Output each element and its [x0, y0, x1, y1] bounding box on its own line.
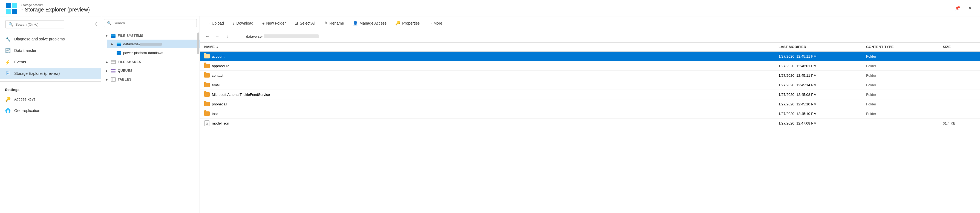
sidebar-item-storage-explorer[interactable]: 🗄 Storage Explorer (preview) — [0, 68, 101, 79]
app-title: - Storage Explorer (preview) — [21, 6, 90, 13]
svg-rect-13 — [111, 71, 116, 72]
file-table: NAME ▲ LAST MODIFIED CONTENT TYPE SIZE a… — [200, 43, 980, 213]
file-type-cell: Folder — [866, 102, 943, 106]
search-icon: 🔍 — [8, 22, 13, 27]
table-row[interactable]: email 1/27/2020, 12:45:14 PM Folder — [200, 80, 980, 90]
new-folder-button[interactable]: + New Folder — [258, 19, 290, 27]
breadcrumb-bar: ← → ↓ ↑ dataverse- — [200, 30, 980, 43]
file-modified-cell: 1/27/2020, 12:45:08 PM — [778, 93, 866, 97]
down-button[interactable]: ↓ — [223, 33, 231, 40]
file-modified-cell: 1/27/2020, 12:45:11 PM — [778, 54, 866, 58]
tree-section-tables[interactable]: ▶ TABLES — [101, 74, 200, 83]
file-name-cell: email — [204, 82, 778, 88]
sidebar-item-data-transfer[interactable]: 🔄 Data transfer — [0, 45, 101, 56]
tree-item-power-platform[interactable]: power-platform-dataflows — [107, 48, 200, 57]
tree-search-icon: 🔍 — [107, 21, 111, 25]
table-row[interactable]: Microsoft.Athena.TrickleFeedService 1/27… — [200, 90, 980, 99]
sidebar-search-input[interactable] — [15, 22, 61, 27]
queues-icon — [111, 68, 116, 73]
file-type-cell: Folder — [866, 83, 943, 87]
select-all-icon: ⊡ — [294, 21, 298, 26]
sidebar-divider — [0, 81, 101, 82]
table-row[interactable]: phonecall 1/27/2020, 12:45:10 PM Folder — [200, 99, 980, 109]
tree-section-queues[interactable]: ▶ QUEUES — [101, 66, 200, 74]
close-button[interactable]: ✕ — [965, 3, 975, 13]
sidebar-collapse-button[interactable]: 《 — [91, 21, 99, 28]
file-name-cell: appmodule — [204, 63, 778, 69]
power-platform-expander — [110, 50, 115, 55]
more-button[interactable]: ··· More — [425, 19, 446, 27]
file-systems-label: FILE SYSTEMS — [118, 34, 143, 38]
file-modified-cell: 1/27/2020, 12:46:01 PM — [778, 64, 866, 68]
svg-rect-1 — [12, 3, 17, 8]
settings-section-title: Settings — [0, 84, 101, 93]
key-icon: 🔑 — [5, 96, 11, 102]
forward-button[interactable]: → — [213, 33, 221, 40]
tree-scrollbar[interactable] — [197, 33, 199, 54]
file-type-cell: Folder — [866, 64, 943, 68]
table-row[interactable]: task 1/27/2020, 12:45:10 PM Folder — [200, 109, 980, 118]
file-name-cell: task — [204, 111, 778, 116]
file-modified-cell: 1/27/2020, 12:47:08 PM — [778, 121, 866, 125]
table-row[interactable]: contact 1/27/2020, 12:45:11 PM Folder — [200, 71, 980, 80]
breadcrumb-path[interactable]: dataverse- — [243, 33, 976, 40]
select-all-button[interactable]: ⊡ Select All — [291, 19, 320, 27]
column-size[interactable]: SIZE — [943, 45, 975, 49]
dataverse-expander: ▶ — [110, 42, 115, 46]
svg-rect-12 — [111, 69, 116, 70]
file-table-header: NAME ▲ LAST MODIFIED CONTENT TYPE SIZE — [200, 43, 980, 52]
back-button[interactable]: ← — [204, 33, 211, 40]
tree-search-box[interactable]: 🔍 — [104, 19, 197, 27]
sidebar-nav: 🔧 Diagnose and solve problems 🔄 Data tra… — [0, 32, 101, 213]
upload-button[interactable]: ↑ Upload — [204, 19, 228, 27]
sidebar-item-events[interactable]: ⚡ Events — [0, 56, 101, 68]
sidebar-item-access-keys[interactable]: 🔑 Access keys — [0, 93, 101, 105]
tables-icon — [111, 77, 116, 82]
column-content-type[interactable]: CONTENT TYPE — [866, 45, 943, 49]
folder-icon — [204, 111, 210, 116]
title-bar: Storage account - Storage Explorer (prev… — [0, 0, 980, 16]
table-row[interactable]: appmodule 1/27/2020, 12:46:01 PM Folder — [200, 61, 980, 71]
table-row[interactable]: account 1/27/2020, 12:45:11 PM Folder — [200, 52, 980, 61]
folder-icon — [204, 92, 210, 97]
column-last-modified[interactable]: LAST MODIFIED — [778, 45, 866, 49]
file-name-cell: contact — [204, 73, 778, 78]
sidebar-item-geo-replication[interactable]: 🌐 Geo-replication — [0, 105, 101, 116]
tree-section-file-shares[interactable]: ▶ FILE SHARES — [101, 57, 200, 66]
svg-rect-4 — [111, 35, 116, 38]
path-prefix: dataverse- — [246, 35, 263, 38]
tree-section-file-systems[interactable]: ▼ FILE SYSTEMS — [101, 31, 200, 39]
sidebar-search-box[interactable]: 🔍 — [5, 20, 64, 28]
sort-icon-name: ▲ — [216, 45, 219, 49]
file-type-cell: Folder — [866, 112, 943, 116]
download-icon: ↓ — [233, 21, 235, 26]
power-platform-icon — [116, 50, 121, 55]
column-name[interactable]: NAME ▲ — [204, 45, 778, 49]
right-panel: ↑ Upload ↓ Download + New Folder ⊡ Selec… — [200, 16, 980, 213]
file-modified-cell: 1/27/2020, 12:45:10 PM — [778, 102, 866, 106]
manage-access-button[interactable]: 👤 Manage Access — [349, 19, 391, 27]
sidebar-item-diagnose[interactable]: 🔧 Diagnose and solve problems — [0, 33, 101, 45]
svg-rect-8 — [117, 51, 121, 55]
power-platform-label: power-platform-dataflows — [123, 51, 163, 55]
tree-item-dataverse[interactable]: ▶ dataverse- — [107, 39, 200, 48]
properties-button[interactable]: 🔑 Properties — [391, 19, 423, 27]
tree-area: ▼ FILE SYSTEMS ▶ — [101, 30, 200, 213]
folder-icon — [204, 82, 210, 88]
main-area: 🔍 《 🔧 Diagnose and solve problems 🔄 Data… — [0, 16, 980, 213]
up-button[interactable]: ↑ — [233, 33, 241, 40]
tree-search-input[interactable] — [114, 21, 194, 25]
table-row[interactable]: { } model.json 1/27/2020, 12:47:08 PM 61… — [200, 118, 980, 128]
pin-button[interactable]: 📌 — [953, 3, 963, 13]
folder-icon — [204, 73, 210, 78]
middle-panel: 🔍 ▼ FILE SYSTEMS ▶ — [101, 16, 200, 213]
app-icon — [5, 2, 18, 14]
file-shares-expander: ▶ — [105, 60, 109, 64]
wrench-icon: 🔧 — [5, 36, 11, 42]
svg-rect-15 — [111, 77, 116, 81]
rename-button[interactable]: ✎ Rename — [321, 19, 348, 27]
file-name-cell: phonecall — [204, 101, 778, 107]
svg-rect-3 — [12, 9, 17, 14]
transfer-icon: 🔄 — [5, 47, 11, 54]
download-button[interactable]: ↓ Download — [229, 19, 257, 27]
